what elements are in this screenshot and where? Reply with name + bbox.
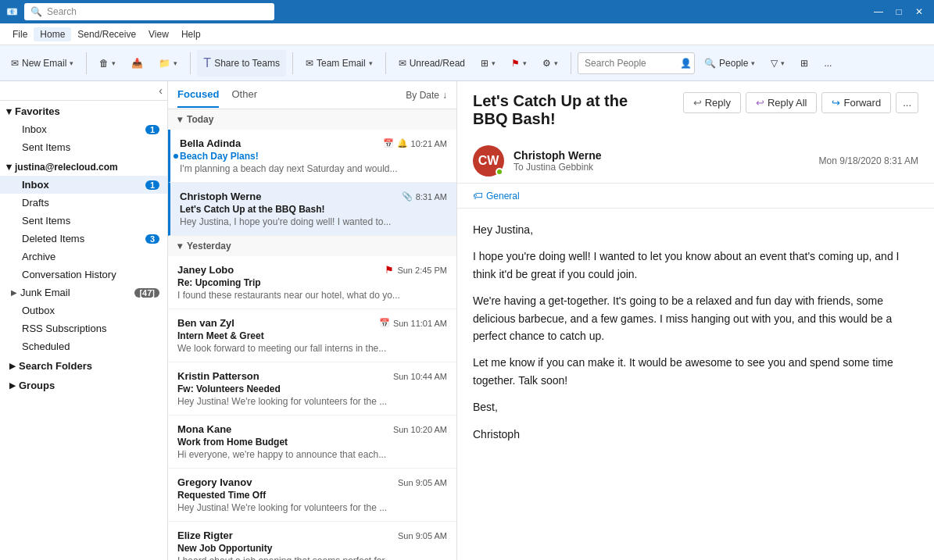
sort-controls[interactable]: By Date ↓ [406, 90, 447, 101]
email-time-kristin: Sun 10:44 AM [393, 372, 447, 381]
layout-button[interactable]: ⊞ [794, 50, 814, 77]
email-header-0: Bella Adinda 📅 🔔 10:21 AM [180, 137, 447, 149]
minimize-button[interactable]: — [870, 3, 887, 20]
search-folders-arrow: ▶ [9, 362, 16, 370]
sidebar-item-drafts[interactable]: Drafts [0, 194, 167, 212]
search-people-container: 👤 [578, 52, 695, 74]
email-item-janey[interactable]: Janey Lobo ⚑ Sun 2:45 PM Re: Upcoming Tr… [168, 256, 456, 309]
filter-button[interactable]: ▽ ▾ [764, 50, 791, 77]
search-people-input[interactable] [578, 52, 695, 74]
deleted-label: Deleted Items [22, 233, 84, 244]
sidebar-item-deleted[interactable]: Deleted Items 3 [0, 230, 167, 248]
sidebar-item-conversation-history[interactable]: Conversation History [0, 266, 167, 284]
sidebar-item-favorites-inbox[interactable]: Inbox 1 [0, 120, 167, 138]
email-list-pane: Focused Other By Date ↓ ▾ Today Bella Ad… [168, 81, 457, 560]
sidebar-groups-header[interactable]: ▶ Groups [0, 375, 167, 394]
email-item-gregory[interactable]: Gregory Ivanov Sun 9:05 AM Requested Tim… [168, 469, 456, 522]
email-item-0[interactable]: Bella Adinda 📅 🔔 10:21 AM Beach Day Plan… [168, 130, 456, 183]
team-email-button[interactable]: ✉ Team Email ▾ [299, 50, 379, 77]
move-chevron: ▾ [174, 59, 177, 67]
menu-home[interactable]: Home [34, 27, 71, 41]
unread-read-button[interactable]: ✉ Unread/Read [392, 50, 471, 77]
email-sender-janey: Janey Lobo [177, 264, 234, 276]
share-teams-button[interactable]: T Share to Teams [197, 50, 286, 77]
more-actions-button[interactable]: ... [896, 92, 918, 113]
flag-icon-janey: ⚑ [385, 264, 394, 276]
email-subject-0: Beach Day Plans! [180, 151, 447, 162]
tab-other[interactable]: Other [231, 82, 257, 108]
email-header-1: Christoph Werne 📎 8:31 AM [180, 191, 447, 202]
toolbar-sep-3 [292, 52, 293, 74]
toolbar-sep-4 [385, 52, 386, 74]
menu-help[interactable]: Help [175, 27, 207, 41]
team-email-chevron: ▾ [369, 59, 373, 67]
flag-button[interactable]: ⚑ ▾ [505, 50, 533, 77]
new-email-label: New Email [22, 58, 66, 69]
today-chevron: ▾ [177, 114, 182, 125]
email-header-gregory: Gregory Ivanov Sun 9:05 AM [177, 476, 447, 488]
sort-label: By Date [406, 90, 439, 101]
body-para-3: Let me know if you can make it. It would… [473, 354, 918, 389]
forward-button[interactable]: ↪ Forward [821, 92, 891, 113]
email-item-elize[interactable]: Elize Rigter Sun 9:05 AM New Job Opportu… [168, 522, 456, 560]
avatar-status [496, 168, 503, 176]
email-item-mona[interactable]: Mona Kane Sun 10:20 AM Work from Home Bu… [168, 416, 456, 469]
maximize-button[interactable]: □ [890, 3, 907, 20]
people-icon: 🔍 [704, 58, 716, 69]
share-teams-label: Share to Teams [214, 58, 280, 69]
title-bar-search[interactable]: 🔍 Search [24, 3, 274, 20]
sidebar-item-favorites-sent[interactable]: Sent Items [0, 138, 167, 156]
email-subject-kristin: Fw: Volunteers Needed [177, 383, 447, 394]
toolbar-sep-5 [571, 52, 571, 74]
email-sender-0: Bella Adinda [180, 137, 241, 149]
teams-icon: T [203, 56, 211, 70]
reply-button[interactable]: ↩ Reply [683, 92, 741, 113]
general-label: General [486, 191, 520, 202]
email-sender-mona: Mona Kane [177, 423, 231, 435]
date-group-yesterday[interactable]: ▾ Yesterday [168, 236, 456, 256]
sidebar-favorites-header[interactable]: ▾ Favorites [0, 101, 167, 120]
yesterday-chevron: ▾ [177, 241, 182, 251]
rules-button[interactable]: ⚙ ▾ [536, 50, 564, 77]
collapse-sidebar-button[interactable]: ‹ [159, 84, 163, 97]
email-time-mona: Sun 10:20 AM [393, 425, 447, 434]
reply-all-button[interactable]: ↩ Reply All [746, 92, 818, 113]
date-group-today[interactable]: ▾ Today [168, 109, 456, 130]
tab-focused[interactable]: Focused [177, 82, 219, 108]
email-item-ben[interactable]: Ben van Zyl 📅 Sun 11:01 AM Intern Meet &… [168, 309, 456, 362]
more-toolbar-button[interactable]: ... [818, 50, 838, 77]
menu-send-receive[interactable]: Send/Receive [71, 27, 142, 41]
archive-button[interactable]: 📥 [125, 50, 149, 77]
sidebar-account-header[interactable]: ▾ justina@relecloud.com [0, 156, 167, 176]
sidebar-item-sent[interactable]: Sent Items [0, 212, 167, 230]
menu-view[interactable]: View [142, 27, 175, 41]
menu-file[interactable]: File [6, 27, 34, 41]
sidebar-item-outbox[interactable]: Outbox [0, 301, 167, 319]
rules-chevron: ▾ [554, 59, 558, 67]
email-preview-kristin: Hey Justina! We're looking for volunteer… [177, 396, 412, 407]
filter-icon: ▽ [771, 58, 778, 69]
flag-chevron: ▾ [523, 59, 527, 67]
toolbar: ✉ New Email ▾ 🗑 ▾ 📥 📁 ▾ T Share to Teams… [0, 45, 934, 81]
sidebar-item-rss[interactable]: RSS Subscriptions [0, 319, 167, 337]
people-button[interactable]: 🔍 People ▾ [698, 50, 761, 77]
sidebar-item-inbox[interactable]: Inbox 1 [0, 176, 167, 194]
sidebar-search-folders-header[interactable]: ▶ Search Folders [0, 355, 167, 375]
sidebar-item-junk[interactable]: ▶ Junk Email [47] [0, 284, 167, 301]
drafts-label: Drafts [22, 197, 49, 209]
new-email-button[interactable]: ✉ New Email ▾ [5, 50, 80, 77]
email-header-elize: Elize Rigter Sun 9:05 AM [177, 530, 447, 541]
time-text-kristin: Sun 10:44 AM [393, 372, 447, 381]
delete-button[interactable]: 🗑 ▾ [93, 50, 122, 77]
categorize-button[interactable]: ⊞ ▾ [474, 50, 502, 77]
email-preview-ben: We look forward to meeting our fall inte… [177, 343, 412, 354]
sender-name: Christoph Werne [514, 149, 810, 162]
new-email-chevron: ▾ [70, 59, 73, 67]
sidebar-item-archive[interactable]: Archive [0, 248, 167, 266]
email-item-1[interactable]: Christoph Werne 📎 8:31 AM Let's Catch Up… [168, 183, 456, 236]
forward-label: Forward [843, 97, 881, 109]
move-button[interactable]: 📁 ▾ [152, 50, 184, 77]
sidebar-item-scheduled[interactable]: Scheduled [0, 337, 167, 355]
email-item-kristin[interactable]: Kristin Patterson Sun 10:44 AM Fw: Volun… [168, 362, 456, 416]
close-button[interactable]: ✕ [911, 3, 928, 20]
